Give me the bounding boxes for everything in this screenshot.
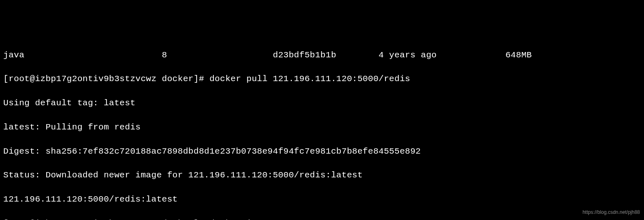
terminal-prompt-line: [root@izbp17g2ontiv9b3stzvcwz docker]# d… <box>3 218 641 220</box>
terminal-output-line: latest: Pulling from redis <box>3 121 641 133</box>
terminal-output-line: Status: Downloaded newer image for 121.1… <box>3 169 641 181</box>
terminal-output-line: Using default tag: latest <box>3 97 641 109</box>
terminal-prompt-line: [root@izbp17g2ontiv9b3stzvcwz docker]# d… <box>3 73 641 85</box>
watermark-text: https://blog.csdn.net/pjh88 <box>583 209 640 216</box>
terminal-output-line: Digest: sha256:7ef832c720188ac7898dbd8d1… <box>3 145 641 157</box>
terminal-output-line: java 8 d23bdf5b1b1b 4 years ago 648MB <box>3 49 641 61</box>
terminal-output-line: 121.196.111.120:5000/redis:latest <box>3 193 641 205</box>
